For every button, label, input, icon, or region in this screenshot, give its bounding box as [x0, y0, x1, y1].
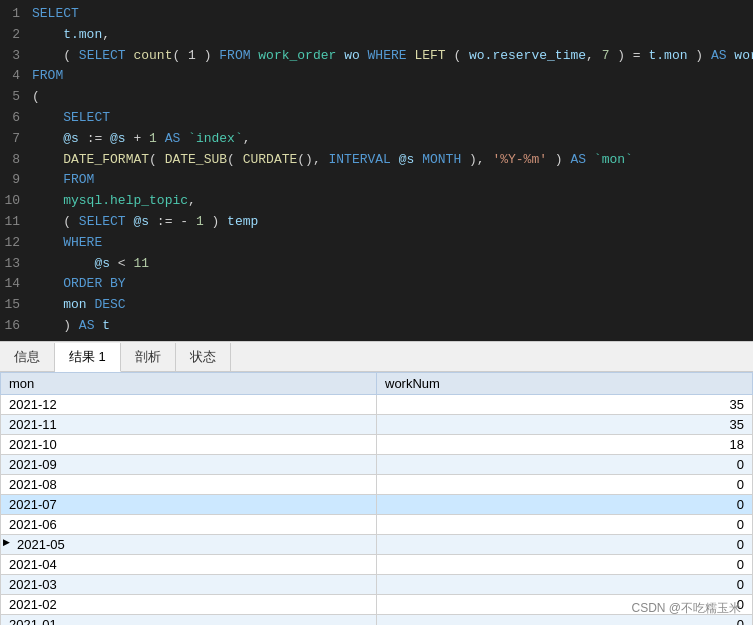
cell-mon: 2021-07 — [1, 494, 377, 514]
code-line-11: 11 ( SELECT @s := - 1 ) temp — [0, 212, 753, 233]
code-line-7: 7 @s := @s + 1 AS `index`, — [0, 129, 753, 150]
table-row[interactable]: 2021-060 — [1, 514, 753, 534]
cell-mon: ▶2021-05 — [1, 534, 377, 554]
tab-profile[interactable]: 剖析 — [121, 343, 176, 372]
tabs-bar: 信息 结果 1 剖析 状态 — [0, 342, 753, 372]
cell-worknum: 0 — [377, 454, 753, 474]
code-line-5: 5 ( — [0, 87, 753, 108]
tab-info[interactable]: 信息 — [0, 343, 55, 372]
cell-worknum: 0 — [377, 574, 753, 594]
cell-worknum: 0 — [377, 474, 753, 494]
table-row[interactable]: 2021-1135 — [1, 414, 753, 434]
cell-worknum: 0 — [377, 514, 753, 534]
code-editor: 1 SELECT 2 t.mon, 3 ( SELECT count( 1 ) … — [0, 0, 753, 341]
results-wrapper[interactable]: mon workNum 2021-12352021-11352021-10182… — [0, 372, 753, 625]
code-line-14: 14 ORDER BY — [0, 274, 753, 295]
code-line-13: 13 @s < 11 — [0, 254, 753, 275]
table-row[interactable]: 2021-030 — [1, 574, 753, 594]
cell-mon: 2021-01 — [1, 614, 377, 625]
table-row[interactable]: 2021-1018 — [1, 434, 753, 454]
cell-mon: 2021-11 — [1, 414, 377, 434]
tab-status[interactable]: 状态 — [176, 343, 231, 372]
cell-mon: 2021-03 — [1, 574, 377, 594]
tab-results[interactable]: 结果 1 — [55, 343, 121, 372]
cell-mon: 2021-06 — [1, 514, 377, 534]
cell-mon: 2021-10 — [1, 434, 377, 454]
cell-worknum: 18 — [377, 434, 753, 454]
cell-mon: 2021-12 — [1, 394, 377, 414]
results-table: mon workNum 2021-12352021-11352021-10182… — [0, 372, 753, 625]
cell-worknum: 0 — [377, 494, 753, 514]
code-line-3: 3 ( SELECT count( 1 ) FROM work_order wo… — [0, 46, 753, 67]
code-line-6: 6 SELECT — [0, 108, 753, 129]
table-row[interactable]: 2021-070 — [1, 494, 753, 514]
watermark: CSDN @不吃糯玉米 — [631, 600, 741, 617]
cell-mon: 2021-08 — [1, 474, 377, 494]
code-line-15: 15 mon DESC — [0, 295, 753, 316]
code-line-16: 16 ) AS t — [0, 316, 753, 337]
code-line-12: 12 WHERE — [0, 233, 753, 254]
cell-worknum: 0 — [377, 534, 753, 554]
col-header-worknum: workNum — [377, 372, 753, 394]
table-row[interactable]: ▶2021-050 — [1, 534, 753, 554]
cell-worknum: 35 — [377, 414, 753, 434]
table-row[interactable]: 2021-1235 — [1, 394, 753, 414]
col-header-mon: mon — [1, 372, 377, 394]
code-line-1: 1 SELECT — [0, 4, 753, 25]
code-line-4: 4 FROM — [0, 66, 753, 87]
table-container: mon workNum 2021-12352021-11352021-10182… — [0, 372, 753, 625]
table-row[interactable]: 2021-080 — [1, 474, 753, 494]
code-line-8: 8 DATE_FORMAT( DATE_SUB( CURDATE(), INTE… — [0, 150, 753, 171]
table-row[interactable]: 2021-040 — [1, 554, 753, 574]
cell-mon: 2021-02 — [1, 594, 377, 614]
bottom-panel: 信息 结果 1 剖析 状态 mon workNum 2021-12352021-… — [0, 341, 753, 625]
code-line-9: 9 FROM — [0, 170, 753, 191]
cell-worknum: 0 — [377, 554, 753, 574]
code-line-2: 2 t.mon, — [0, 25, 753, 46]
code-line-10: 10 mysql.help_topic, — [0, 191, 753, 212]
table-header-row: mon workNum — [1, 372, 753, 394]
cell-mon: 2021-09 — [1, 454, 377, 474]
cell-worknum: 35 — [377, 394, 753, 414]
table-row[interactable]: 2021-090 — [1, 454, 753, 474]
cell-mon: 2021-04 — [1, 554, 377, 574]
